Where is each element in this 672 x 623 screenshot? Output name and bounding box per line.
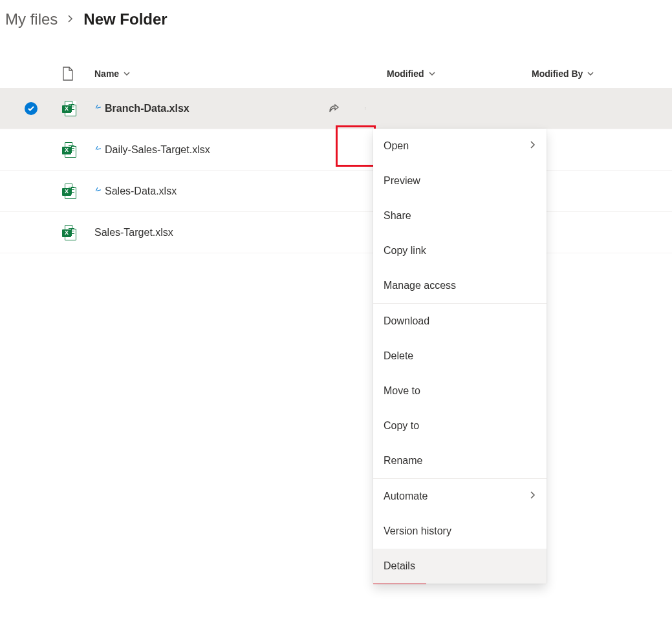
new-indicator-icon — [94, 146, 102, 154]
new-indicator-icon — [94, 187, 102, 195]
context-menu-item[interactable]: Download — [373, 304, 547, 339]
chevron-right-icon — [530, 140, 536, 152]
modified-by-column-header[interactable]: Modified By — [532, 69, 661, 79]
svg-point-1 — [365, 108, 365, 109]
context-menu-item-label: Download — [384, 315, 429, 327]
context-menu-item[interactable]: Details — [373, 549, 547, 584]
excel-file-icon: X — [62, 100, 76, 117]
modified-column-header[interactable]: Modified — [387, 69, 532, 79]
context-menu-item[interactable]: Automate — [373, 479, 547, 514]
context-menu-item-label: Preview — [384, 175, 420, 187]
context-menu-item-label: Delete — [384, 350, 413, 362]
column-headers: Name Modified Modified By — [0, 59, 672, 88]
svg-point-2 — [365, 109, 365, 109]
chevron-right-icon — [67, 14, 74, 25]
excel-file-icon: X — [62, 183, 76, 200]
context-menu-item[interactable]: Delete — [373, 339, 547, 374]
file-icon-cell: X — [62, 224, 94, 241]
new-indicator-icon — [94, 105, 102, 112]
file-name-cell[interactable]: Branch-Data.xlsx — [94, 103, 308, 114]
modified-by-column-label: Modified By — [532, 69, 583, 79]
context-menu-item-label: Move to — [384, 385, 420, 397]
breadcrumb-current[interactable]: New Folder — [83, 10, 167, 28]
file-row[interactable]: XBranch-Data.xlsx — [0, 88, 672, 129]
context-menu-item-label: Copy link — [384, 245, 426, 257]
excel-file-icon: X — [62, 142, 76, 158]
file-icon-cell: X — [62, 100, 94, 117]
file-name-label: Daily-Sales-Target.xlsx — [105, 144, 210, 156]
context-menu-item-label: Manage access — [384, 280, 456, 291]
file-row[interactable]: XSales-Target.xlsx — [0, 212, 672, 253]
chevron-down-icon — [587, 70, 594, 78]
chevron-down-icon — [428, 70, 436, 78]
excel-file-icon: X — [62, 224, 76, 241]
file-name-label: Sales-Target.xlsx — [94, 227, 173, 238]
context-menu-item-label: Copy to — [384, 420, 419, 432]
context-menu-item[interactable]: Copy link — [373, 233, 547, 268]
context-menu-item[interactable]: Rename — [373, 443, 547, 478]
context-menu-item[interactable]: Open — [373, 129, 547, 164]
file-name-cell[interactable]: Sales-Target.xlsx — [94, 227, 308, 238]
file-icon-cell: X — [62, 183, 94, 200]
name-column-label: Name — [94, 69, 119, 79]
file-icon — [62, 67, 74, 81]
context-menu-item-label: Rename — [384, 455, 422, 467]
more-actions-icon[interactable] — [360, 102, 373, 115]
file-name-cell[interactable]: Daily-Sales-Target.xlsx — [94, 144, 308, 156]
breadcrumb-root[interactable]: My files — [5, 10, 58, 28]
file-name-label: Sales-Data.xlsx — [105, 185, 177, 197]
context-menu-item[interactable]: Copy to — [373, 408, 547, 443]
row-actions — [308, 102, 385, 115]
breadcrumb: My files New Folder — [0, 0, 672, 34]
file-list: Name Modified Modified By XBranch-Data.x… — [0, 59, 672, 253]
context-menu-item[interactable]: Move to — [373, 374, 547, 408]
name-column-header[interactable]: Name — [94, 69, 387, 79]
selection-cell[interactable] — [0, 102, 62, 115]
file-row[interactable]: XSales-Data.xlsx — [0, 171, 672, 212]
chevron-right-icon — [530, 491, 536, 502]
file-type-column-header[interactable] — [62, 67, 94, 81]
svg-point-0 — [365, 107, 365, 108]
file-row[interactable]: XDaily-Sales-Target.xlsx — [0, 129, 672, 171]
selected-check-icon — [25, 102, 38, 115]
context-menu-item[interactable]: Preview — [373, 164, 547, 198]
context-menu-item-label: Details — [384, 560, 415, 572]
file-name-label: Branch-Data.xlsx — [105, 103, 190, 114]
context-menu-item[interactable]: Share — [373, 198, 547, 233]
context-menu-item-label: Automate — [384, 491, 428, 502]
chevron-down-icon — [123, 70, 131, 78]
file-name-cell[interactable]: Sales-Data.xlsx — [94, 185, 308, 197]
share-icon[interactable] — [327, 102, 340, 115]
context-menu-item[interactable]: Manage access — [373, 268, 547, 303]
file-icon-cell: X — [62, 142, 94, 158]
context-menu-item-label: Version history — [384, 525, 451, 537]
context-menu-item-label: Open — [384, 140, 409, 152]
context-menu-item[interactable]: Version history — [373, 514, 547, 549]
context-menu-item-label: Share — [384, 210, 411, 222]
modified-column-label: Modified — [387, 69, 424, 79]
context-menu: OpenPreviewShareCopy linkManage accessDo… — [373, 129, 547, 584]
